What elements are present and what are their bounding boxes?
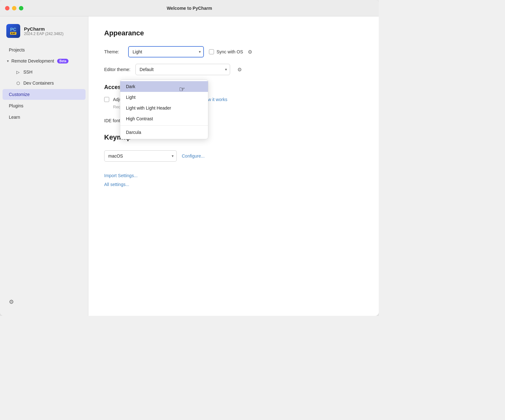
nav-section: Projects ▼ Remote Development Beta ▷ SSH… [0,44,88,123]
dev-containers-icon: ⬡ [15,80,21,86]
editor-theme-row: Editor theme: Default Darcula High Contr… [104,64,363,75]
configure-link[interactable]: Configure... [182,153,205,159]
sync-os-group: Sync with OS ⚙ [209,47,254,56]
app-icon-badge: EAP [10,32,16,35]
sidebar-item-dev-containers[interactable]: ⬡ Dev Containers [10,78,86,88]
window-title: Welcome to PyCharm [167,6,212,11]
theme-label: Theme: [104,49,123,54]
settings-icon-button[interactable]: ⚙ [6,297,16,307]
app-icon-letters: PC [10,27,16,32]
dropdown-item-darcula[interactable]: Darcula [120,127,208,138]
keymap-row: macOS Windows Linux Default for XWin ▾ C… [104,150,363,162]
window-controls [5,6,23,10]
dropdown-item-light-light-header[interactable]: Light with Light Header [120,103,208,113]
content-area: Appearance Theme: Light Dark Light with … [88,16,379,316]
theme-row: Theme: Light Dark Light with Light Heade… [104,46,363,57]
dropdown-divider [120,125,208,126]
gear-icon: ⚙ [9,298,14,305]
beta-badge: Beta [57,59,68,63]
sidebar-item-plugins[interactable]: Plugins [3,100,86,111]
sync-os-checkbox[interactable] [209,49,214,54]
theme-select[interactable]: Light Dark Light with Light Header High … [128,46,204,57]
sidebar-item-learn[interactable]: Learn [3,112,86,123]
theme-dropdown-overlay: Dark Light Light with Light Header High … [120,80,208,139]
ssh-icon: ▷ [15,69,21,75]
app-name-block: PyCharm 2024.2 EAP (242.3482) [24,26,63,36]
maximize-button[interactable] [19,6,23,10]
keymap-select-wrapper: macOS Windows Linux Default for XWin ▾ [104,150,177,162]
color-deficiency-checkbox[interactable] [104,97,109,102]
editor-select-wrapper: Default Darcula High Contrast ▾ [135,64,230,75]
sync-os-gear-icon: ⚙ [248,49,252,55]
close-button[interactable] [5,6,9,10]
sidebar-item-ssh[interactable]: ▷ SSH [10,67,86,77]
chevron-down-icon: ▼ [6,59,9,63]
app-header: PC EAP PyCharm 2024.2 EAP (242.3482) [0,21,88,44]
dropdown-item-high-contrast[interactable]: High Contrast [120,113,208,124]
dropdown-item-light[interactable]: Light [120,92,208,103]
editor-gear-button[interactable]: ⚙ [235,65,244,74]
dev-containers-label: Dev Containers [23,81,54,86]
sync-os-gear-button[interactable]: ⚙ [246,47,254,56]
keymap-select[interactable]: macOS Windows Linux Default for XWin [104,150,177,162]
sidebar: PC EAP PyCharm 2024.2 EAP (242.3482) Pro… [0,16,88,316]
remote-dev-label: Remote Development [11,58,54,63]
app-name-label: PyCharm [24,26,63,32]
title-bar: Welcome to PyCharm [0,0,379,16]
nav-children-remote: ▷ SSH ⬡ Dev Containers [0,66,88,89]
sidebar-item-customize[interactable]: Customize [3,89,86,100]
editor-theme-label: Editor theme: [104,67,130,72]
minimize-button[interactable] [12,6,16,10]
app-icon: PC EAP [6,24,20,38]
app-version-label: 2024.2 EAP (242.3482) [24,32,63,36]
sidebar-item-projects[interactable]: Projects [3,45,86,55]
theme-select-wrapper: Light Dark Light with Light Header High … [128,46,204,57]
sync-os-label: Sync with OS [217,49,243,54]
import-settings-link[interactable]: Import Settings... [104,173,363,178]
ssh-label: SSH [23,69,33,75]
appearance-title: Appearance [104,29,363,37]
dropdown-item-dark[interactable]: Dark [120,81,208,92]
editor-gear-icon: ⚙ [237,67,242,73]
footer-links: Import Settings... All settings... [104,173,363,187]
editor-theme-select[interactable]: Default Darcula High Contrast [135,64,230,75]
appearance-section: Appearance Theme: Light Dark Light with … [104,29,363,75]
sidebar-item-remote-development[interactable]: ▼ Remote Development Beta [0,56,88,66]
all-settings-link[interactable]: All settings... [104,182,363,187]
sidebar-footer: ⚙ [0,293,88,311]
